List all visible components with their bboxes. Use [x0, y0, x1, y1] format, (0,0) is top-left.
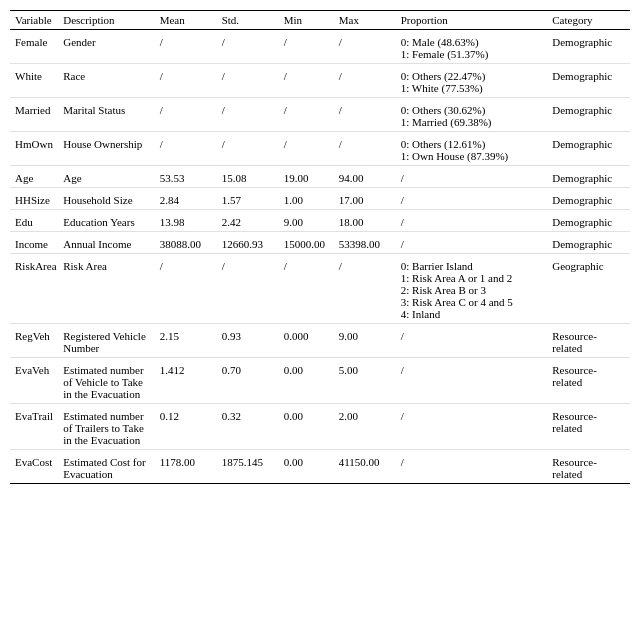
cell-variable: Age: [10, 166, 58, 188]
table-row: RegVehRegistered Vehicle Number2.150.930…: [10, 324, 630, 358]
proportion-line: 1: Own House (87.39%): [401, 150, 543, 162]
cell-variable: Income: [10, 232, 58, 254]
proportion-line: 3: Risk Area C or 4 and 5: [401, 296, 543, 308]
header-min: Min: [279, 11, 334, 30]
cell-max: /: [334, 132, 396, 166]
cell-max: /: [334, 64, 396, 98]
cell-mean: 13.98: [155, 210, 217, 232]
header-proportion: Proportion: [396, 11, 548, 30]
cell-description: Estimated number of Vehicle to Take in t…: [58, 358, 154, 404]
proportion-line: /: [401, 172, 543, 184]
cell-variable: HHSize: [10, 188, 58, 210]
cell-mean: 1178.00: [155, 450, 217, 484]
cell-std: 0.93: [217, 324, 279, 358]
header-category: Category: [547, 11, 630, 30]
cell-std: /: [217, 64, 279, 98]
proportion-line: 1: Risk Area A or 1 and 2: [401, 272, 543, 284]
cell-proportion: /: [396, 166, 548, 188]
cell-category: Demographic: [547, 210, 630, 232]
cell-category: Resource-related: [547, 450, 630, 484]
cell-description: Education Years: [58, 210, 154, 232]
cell-category: Demographic: [547, 132, 630, 166]
cell-mean: /: [155, 254, 217, 324]
cell-proportion: /: [396, 404, 548, 450]
table-row: WhiteRace////0: Others (22.47%)1: White …: [10, 64, 630, 98]
cell-variable: Edu: [10, 210, 58, 232]
proportion-line: 1: Female (51.37%): [401, 48, 543, 60]
proportion-line: /: [401, 216, 543, 228]
proportion-line: 0: Others (22.47%): [401, 70, 543, 82]
cell-std: 0.32: [217, 404, 279, 450]
header-max: Max: [334, 11, 396, 30]
cell-mean: /: [155, 64, 217, 98]
cell-std: 0.70: [217, 358, 279, 404]
table-row: AgeAge53.5315.0819.0094.00/Demographic: [10, 166, 630, 188]
proportion-line: 0: Others (12.61%): [401, 138, 543, 150]
cell-min: 15000.00: [279, 232, 334, 254]
cell-category: Demographic: [547, 188, 630, 210]
cell-min: 9.00: [279, 210, 334, 232]
cell-std: 1875.145: [217, 450, 279, 484]
table-row: MarriedMarital Status////0: Others (30.6…: [10, 98, 630, 132]
proportion-line: /: [401, 330, 543, 342]
cell-category: Resource-related: [547, 358, 630, 404]
cell-variable: EvaCost: [10, 450, 58, 484]
proportion-line: /: [401, 238, 543, 250]
cell-proportion: 0: Others (22.47%)1: White (77.53%): [396, 64, 548, 98]
cell-proportion: 0: Others (12.61%)1: Own House (87.39%): [396, 132, 548, 166]
cell-mean: 0.12: [155, 404, 217, 450]
cell-category: Demographic: [547, 30, 630, 64]
cell-min: 1.00: [279, 188, 334, 210]
cell-mean: 38088.00: [155, 232, 217, 254]
table-row: RiskAreaRisk Area////0: Barrier Island1:…: [10, 254, 630, 324]
cell-description: Risk Area: [58, 254, 154, 324]
cell-min: 0.00: [279, 404, 334, 450]
cell-min: /: [279, 254, 334, 324]
data-table: Variable Description Mean Std. Min Max P…: [10, 10, 630, 484]
table-row: HHSizeHousehold Size2.841.571.0017.00/De…: [10, 188, 630, 210]
cell-proportion: /: [396, 232, 548, 254]
cell-description: Race: [58, 64, 154, 98]
cell-max: /: [334, 98, 396, 132]
cell-variable: Female: [10, 30, 58, 64]
header-std: Std.: [217, 11, 279, 30]
cell-description: House Ownership: [58, 132, 154, 166]
cell-description: Gender: [58, 30, 154, 64]
cell-min: /: [279, 30, 334, 64]
cell-description: Annual Income: [58, 232, 154, 254]
cell-proportion: /: [396, 358, 548, 404]
cell-variable: Married: [10, 98, 58, 132]
proportion-line: /: [401, 364, 543, 376]
cell-category: Demographic: [547, 232, 630, 254]
cell-variable: RiskArea: [10, 254, 58, 324]
cell-category: Demographic: [547, 166, 630, 188]
cell-std: /: [217, 132, 279, 166]
cell-mean: 1.412: [155, 358, 217, 404]
cell-proportion: 0: Male (48.63%)1: Female (51.37%): [396, 30, 548, 64]
table-row: EduEducation Years13.982.429.0018.00/Dem…: [10, 210, 630, 232]
cell-std: /: [217, 98, 279, 132]
header-description: Description: [58, 11, 154, 30]
cell-max: 2.00: [334, 404, 396, 450]
proportion-line: 0: Barrier Island: [401, 260, 543, 272]
cell-mean: 2.84: [155, 188, 217, 210]
proportion-line: 2: Risk Area B or 3: [401, 284, 543, 296]
proportion-line: 1: Married (69.38%): [401, 116, 543, 128]
table-row: EvaVehEstimated number of Vehicle to Tak…: [10, 358, 630, 404]
cell-variable: RegVeh: [10, 324, 58, 358]
proportion-line: /: [401, 410, 543, 422]
cell-variable: EvaTrail: [10, 404, 58, 450]
cell-variable: HmOwn: [10, 132, 58, 166]
cell-max: 9.00: [334, 324, 396, 358]
table-row: EvaTrailEstimated number of Trailers to …: [10, 404, 630, 450]
cell-min: 0.00: [279, 358, 334, 404]
cell-proportion: /: [396, 450, 548, 484]
cell-description: Household Size: [58, 188, 154, 210]
cell-category: Demographic: [547, 64, 630, 98]
proportion-line: 4: Inland: [401, 308, 543, 320]
proportion-line: 0: Male (48.63%): [401, 36, 543, 48]
cell-category: Resource-related: [547, 404, 630, 450]
cell-variable: White: [10, 64, 58, 98]
cell-description: Registered Vehicle Number: [58, 324, 154, 358]
proportion-line: 0: Others (30.62%): [401, 104, 543, 116]
